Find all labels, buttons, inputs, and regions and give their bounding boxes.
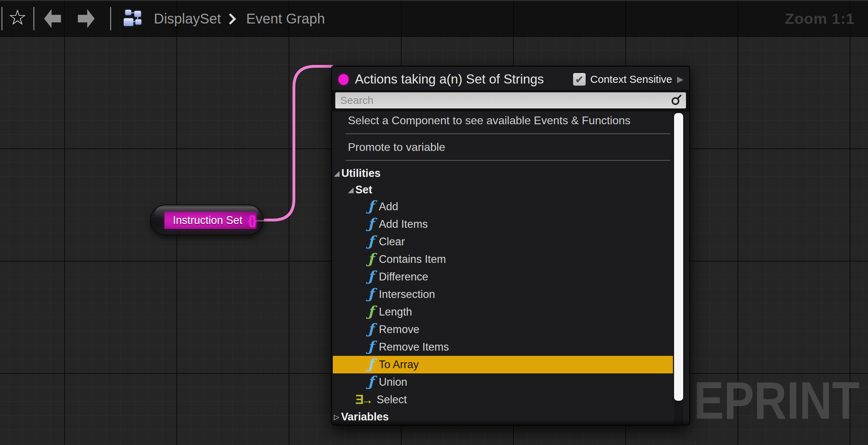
list-item-remove[interactable]: ƒRemove (333, 321, 673, 338)
action-list: Select a Component to see available Even… (333, 112, 673, 425)
function-icon: ƒ (368, 269, 374, 283)
toolbar-divider (33, 7, 34, 30)
toolbar-divider (110, 7, 111, 30)
favorite-star-icon[interactable]: ☆ (8, 7, 27, 28)
back-arrow-icon[interactable] (44, 9, 61, 28)
graph-toolbar: ☆ DisplaySet Event Graph Zoom 1:1 (0, 0, 868, 36)
variable-node-band: Instruction Set {} (164, 212, 256, 229)
expanded-arrow-icon[interactable]: ◢ (334, 170, 339, 177)
function-icon: ƒ (368, 374, 374, 388)
context-menu-header: Actions taking a(n) Set of Strings ✔ Con… (332, 67, 689, 90)
pin-type-dot-icon (338, 74, 349, 85)
list-item-label: Difference (379, 271, 428, 283)
search-icon (671, 94, 682, 106)
list-item-union[interactable]: ƒUnion (333, 373, 673, 391)
list-item-remove-items[interactable]: ƒRemove Items (333, 338, 673, 356)
function-icon: ƒ (368, 322, 374, 336)
list-item-label: Remove Items (379, 341, 449, 353)
function-icon: ƒ (368, 199, 374, 213)
list-item-label: Remove (379, 323, 419, 336)
collapsed-arrow-icon[interactable]: ▷ (334, 413, 339, 420)
breadcrumb-chevron-icon (228, 11, 236, 27)
list-item-label: Length (379, 306, 412, 318)
breadcrumb-page[interactable]: Event Graph (246, 11, 325, 27)
list-item-label: Select a Component to see available Even… (348, 114, 631, 127)
variable-node-title: Instruction Set (173, 214, 242, 227)
list-item-add-items[interactable]: ƒAdd Items (333, 215, 673, 233)
search-strip (332, 90, 689, 112)
function-icon: ƒ (368, 234, 374, 248)
actions-context-menu: Actions taking a(n) Set of Strings ✔ Con… (331, 66, 690, 425)
list-item-label: Clear (379, 235, 405, 248)
blueprint-editor: EPRINT Instruction Set {} ☆ DisplaySet (0, 0, 868, 445)
function-icon: ƒ (368, 357, 374, 371)
context-sensitive-checkbox[interactable]: ✔ (573, 73, 586, 86)
list-item-label: Add Items (379, 218, 428, 231)
search-input[interactable] (335, 94, 671, 106)
list-item-add[interactable]: ƒAdd (333, 198, 673, 215)
list-item-label: Select (377, 393, 407, 406)
expanded-arrow-icon[interactable]: ◢ (348, 186, 354, 193)
list-item-to-array[interactable]: ƒTo Array (333, 356, 673, 373)
list-item-set[interactable]: ◢Set (333, 181, 673, 198)
zoom-level-label: Zoom 1:1 (785, 10, 855, 27)
search-box (335, 92, 686, 109)
list-item-label: Contains Item (379, 253, 446, 266)
function-icon: ƒ (368, 304, 374, 318)
toolbar-divider (1, 7, 2, 30)
list-item-label: Variables (341, 411, 389, 423)
function-icon: ƒ (368, 287, 374, 301)
set-pin-icon[interactable]: {} (248, 213, 255, 227)
function-icon: ƒ (368, 252, 374, 266)
scrollbar-thumb[interactable] (674, 113, 683, 401)
list-item-label: Union (379, 376, 407, 388)
context-menu-title: Actions taking a(n) Set of Strings (355, 72, 544, 87)
header-expander-arrow-icon[interactable]: ▶ (677, 74, 684, 84)
list-item-variables[interactable]: ▷Variables (333, 409, 673, 425)
list-item-label: Add (379, 200, 398, 213)
list-item-label: Intersection (379, 288, 435, 301)
list-item-promote-to-variable[interactable]: Promote to variable (333, 138, 673, 156)
instruction-set-node[interactable]: Instruction Set {} (150, 205, 264, 235)
list-separator (333, 129, 673, 138)
list-item-length[interactable]: ƒLength (333, 303, 673, 321)
list-item-label: To Array (379, 358, 419, 371)
list-item-label: Set (355, 184, 372, 196)
list-item-intersection[interactable]: ƒIntersection (333, 286, 673, 303)
list-item-difference[interactable]: ƒDifference (333, 268, 673, 286)
list-item-clear[interactable]: ƒClear (333, 233, 673, 251)
list-item-contains-item[interactable]: ƒContains Item (333, 251, 673, 268)
blueprint-class-icon (124, 10, 144, 27)
context-sensitive-label: Context Sensitive (590, 73, 672, 85)
breadcrumb-root[interactable]: DisplaySet (154, 11, 221, 27)
blueprint-watermark: EPRINT (694, 374, 860, 427)
list-separator (333, 156, 673, 165)
function-icon: ƒ (368, 217, 374, 231)
list-item-label: Promote to variable (348, 141, 445, 154)
list-item-select-a-component-to-see-available-events-functions[interactable]: Select a Component to see available Even… (333, 112, 673, 129)
scrollbar-track (674, 112, 683, 424)
list-item-utilities[interactable]: ◢Utilities (333, 165, 673, 181)
list-item-label: Utilities (341, 167, 381, 180)
list-item-select[interactable]: Ǝ→Select (333, 391, 673, 409)
forward-arrow-icon[interactable] (78, 9, 95, 28)
select-node-icon: Ǝ→ (355, 392, 373, 407)
function-icon: ƒ (368, 339, 374, 353)
